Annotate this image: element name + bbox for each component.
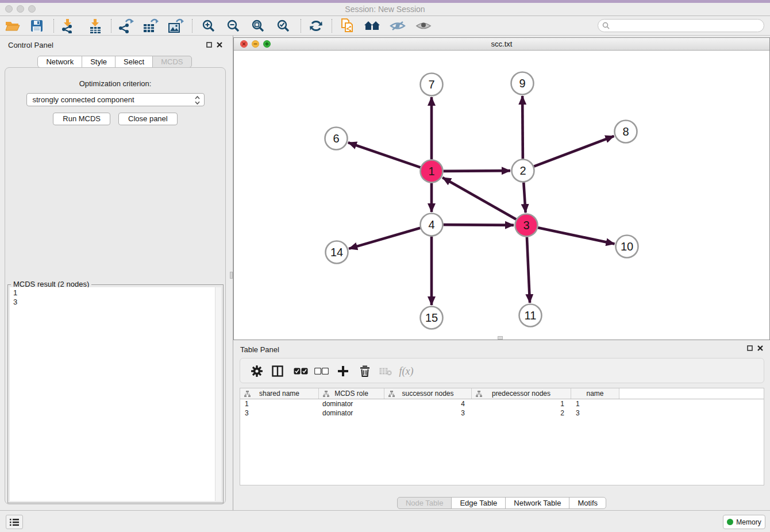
cell-successor-nodes[interactable]: 3 <box>384 408 472 418</box>
column-type-icon <box>323 391 329 397</box>
criterion-value: strongly connected component <box>33 95 134 104</box>
table-row[interactable]: 1 dominator 4 1 1 <box>240 399 764 408</box>
graph-edge-2-9[interactable] <box>522 96 523 159</box>
cell-name[interactable]: 3 <box>571 408 619 418</box>
graph-edge-4-14[interactable] <box>349 228 420 249</box>
column-header-mcds-role[interactable]: MCDS role <box>319 388 384 399</box>
tab-mcds[interactable]: MCDS <box>152 56 191 68</box>
graph-node-2[interactable]: 2 <box>512 160 534 182</box>
column-header-successor-nodes[interactable]: successor nodes <box>384 388 472 399</box>
refresh-icon[interactable] <box>307 18 325 34</box>
vertical-splitter[interactable] <box>229 36 233 510</box>
network-window-titlebar[interactable]: scc.txt <box>234 38 769 51</box>
graph-edge-3-11[interactable] <box>527 237 530 303</box>
session-title: Session: New Session <box>0 5 770 14</box>
column-header-name[interactable]: name <box>571 388 619 399</box>
cell-shared-name[interactable]: 1 <box>240 399 319 408</box>
delete-column-trash-icon[interactable] <box>357 364 372 378</box>
node-table[interactable]: shared name MCDS role successor nodes pr… <box>240 388 764 485</box>
cell-predecessor-nodes[interactable]: 1 <box>472 399 571 408</box>
open-session-icon[interactable] <box>3 18 22 34</box>
cell-predecessor-nodes[interactable]: 2 <box>472 408 571 418</box>
copy-view-icon[interactable] <box>338 18 357 34</box>
tab-select[interactable]: Select <box>115 56 153 68</box>
float-table-panel-icon[interactable] <box>746 344 754 352</box>
memory-button[interactable]: Memory <box>723 515 765 529</box>
export-network-icon[interactable] <box>117 18 135 34</box>
zoom-selected-icon[interactable] <box>274 18 292 34</box>
memory-status-icon <box>727 519 733 525</box>
export-image-icon[interactable] <box>167 18 185 34</box>
run-mcds-button[interactable]: Run MCDS <box>53 113 110 125</box>
graph-node-11[interactable]: 11 <box>519 304 542 327</box>
graph-node-7[interactable]: 7 <box>421 74 443 96</box>
float-panel-icon[interactable] <box>205 41 213 49</box>
graph-edge-4-3[interactable] <box>443 225 514 225</box>
graph-edge-3-1[interactable] <box>442 178 516 219</box>
cell-name[interactable]: 1 <box>571 399 619 408</box>
control-panel-tabs: Network Style Select MCDS <box>0 56 229 68</box>
zoom-fit-icon[interactable] <box>249 18 267 34</box>
tab-edge-table[interactable]: Edge Table <box>451 497 506 509</box>
control-panel: Control Panel Network Style Select MCDS … <box>0 36 229 510</box>
task-history-button[interactable] <box>6 515 23 529</box>
select-all-rows-icon[interactable] <box>293 364 308 378</box>
graph-node-14[interactable]: 14 <box>326 241 348 264</box>
graph-node-1[interactable]: 1 <box>421 160 443 183</box>
graph-node-9[interactable]: 9 <box>511 72 534 95</box>
cell-mcds-role[interactable]: dominator <box>319 408 384 418</box>
tab-style[interactable]: Style <box>82 56 116 68</box>
cell-successor-nodes[interactable]: 4 <box>384 399 472 408</box>
import-table-icon[interactable] <box>86 18 105 34</box>
graph-node-4[interactable]: 4 <box>421 214 443 236</box>
graph-node-15[interactable]: 15 <box>421 307 443 329</box>
result-scrollbar[interactable] <box>215 287 221 501</box>
tab-node-table[interactable]: Node Table <box>397 497 452 509</box>
graph-canvas[interactable]: 7968124314101511 <box>234 51 769 340</box>
graph-node-3[interactable]: 3 <box>515 214 538 237</box>
optimization-criterion-select[interactable]: strongly connected component <box>26 93 205 106</box>
tab-motifs[interactable]: Motifs <box>569 497 606 509</box>
tab-network[interactable]: Network <box>37 56 82 68</box>
deselect-all-rows-icon[interactable] <box>314 364 329 378</box>
mcds-result-list[interactable]: 1 3 <box>10 287 221 501</box>
add-column-icon[interactable] <box>336 364 351 378</box>
graph-node-6[interactable]: 6 <box>325 128 348 150</box>
search-input[interactable] <box>612 22 764 30</box>
fx-label: f(x) <box>399 365 414 377</box>
graph-node-10[interactable]: 10 <box>616 236 638 258</box>
graph-edge-1-2[interactable] <box>443 171 510 171</box>
table-row[interactable]: 3 dominator 3 2 3 <box>240 408 764 418</box>
window-resize-handle[interactable] <box>498 336 503 340</box>
close-table-panel-icon[interactable] <box>756 344 764 352</box>
column-header-predecessor-nodes[interactable]: predecessor nodes <box>472 388 571 399</box>
function-builder-icon[interactable]: f(x) <box>399 364 414 378</box>
show-eye-icon[interactable] <box>414 18 433 34</box>
cell-shared-name[interactable]: 3 <box>240 408 319 418</box>
header-filler <box>619 388 764 399</box>
save-session-icon[interactable] <box>28 18 46 34</box>
graph-edge-2-8[interactable] <box>534 136 614 167</box>
home-icon[interactable] <box>363 18 382 34</box>
table-settings-gear-icon[interactable] <box>249 364 264 378</box>
search-field[interactable] <box>598 19 764 32</box>
close-panel-icon[interactable] <box>215 41 224 49</box>
delete-table-icon[interactable] <box>378 364 393 378</box>
column-header-shared-name[interactable]: shared name <box>240 388 319 399</box>
splitter-handle[interactable] <box>230 272 233 279</box>
close-panel-button[interactable]: Close panel <box>118 113 178 125</box>
column-layout-icon[interactable] <box>270 364 285 378</box>
zoom-in-icon[interactable] <box>199 18 218 34</box>
column-type-icon <box>476 391 482 397</box>
zoom-out-icon[interactable] <box>224 18 242 34</box>
graph-edge-3-10[interactable] <box>538 228 614 244</box>
graph-node-8[interactable]: 8 <box>615 121 637 143</box>
export-table-icon[interactable] <box>141 18 160 34</box>
import-network-icon[interactable] <box>59 18 77 34</box>
graph-edge-1-6[interactable] <box>348 142 421 167</box>
tab-network-table[interactable]: Network Table <box>505 497 569 509</box>
graph-edge-2-3[interactable] <box>523 182 525 213</box>
hide-eye-icon[interactable] <box>388 18 407 34</box>
cell-mcds-role[interactable]: dominator <box>319 399 384 408</box>
status-bar: Memory <box>0 510 770 532</box>
